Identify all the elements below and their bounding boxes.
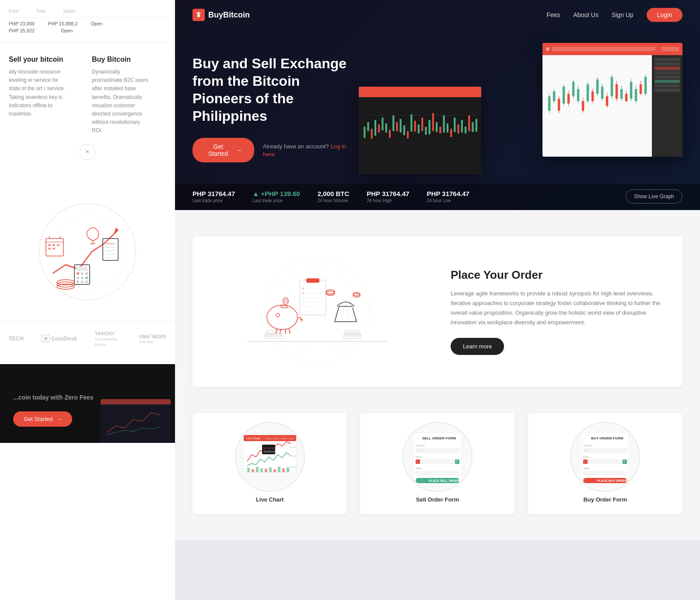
svg-rect-115 [461,120,463,133]
svg-text:31,322.80: 31,322.80 [263,447,275,449]
svg-text:✓: ✓ [302,295,305,299]
svg-point-134 [276,313,280,317]
navbar: BuyBitcoin Fees About Us Sign Up Login [175,0,700,30]
feature-sell-circle: SELL ORDER FORM Amount BTC Price + - Tot… [402,422,472,492]
left-panel: Price Total Status PHP 23,000 PHP 15,888… [0,0,175,600]
logo-tech: TECH [9,336,24,342]
svg-rect-123 [306,278,319,283]
svg-text:Total: Total [416,467,421,470]
svg-rect-151 [265,335,282,338]
svg-rect-207 [583,471,627,475]
show-live-graph-button[interactable]: Show Live Graph [626,189,682,204]
svg-rect-172 [269,467,272,472]
svg-rect-102 [414,121,416,132]
brand-name: BuyBitcoin [208,11,250,20]
svg-rect-154 [343,335,361,338]
nav-signup[interactable]: Sign Up [612,11,634,18]
svg-text:BTC: BTC [584,449,590,452]
svg-rect-3 [46,239,63,256]
svg-rect-92 [378,124,380,133]
svg-point-15 [81,272,84,275]
svg-rect-89 [367,122,369,131]
feature-sell-title: Sell Order Form [369,496,506,503]
learn-more-button[interactable]: Learn more [451,338,504,355]
svg-text:+: + [623,460,626,463]
nav-links: Fees About Us Sign Up Login [546,8,682,22]
svg-rect-119 [476,119,477,132]
svg-text:✓: ✓ [302,291,305,295]
nav-about[interactable]: About Us [573,11,598,18]
svg-point-0 [39,204,136,300]
dark-cta-section: ...coin today with Zero Fees Get Started… [0,364,175,443]
svg-line-139 [289,329,290,333]
hero-actions: Get Started → Already have an account? L… [192,138,350,162]
svg-rect-175 [282,468,285,472]
logo-gma: GMA7NEWSONLINE [139,333,166,344]
feature-buy-order: BUY ORDER FORM Amount BTC Price + - Tota… [528,413,682,514]
svg-rect-88 [364,126,365,138]
svg-rect-169 [256,467,259,472]
hero-content: Buy and Sell Exchange from the Bitcoin P… [175,30,700,183]
svg-point-14 [77,272,79,275]
sell-description: ally innovate resource-leveling er servi… [9,68,66,118]
svg-text:+: + [456,460,458,463]
svg-text:Amount: Amount [416,444,425,447]
order-description: Leverage agile frameworks to provide a r… [451,289,665,327]
mockup-body [542,55,682,157]
hero-headline: Buy and Sell Exchange from the Bitcoin P… [192,55,350,125]
dark-cta-headline: ...coin today with Zero Fees [13,390,162,403]
svg-text:—: — [302,300,305,304]
logo-yahoo: YAHOO!SINGAPORE NEWS [95,331,122,347]
hero-mockup-area [359,43,682,174]
svg-rect-112 [450,129,452,137]
svg-rect-168 [252,469,254,472]
svg-point-21 [81,281,84,283]
svg-rect-111 [447,123,448,133]
svg-text:30,000: 30,000 [290,446,297,449]
svg-rect-109 [439,126,441,133]
svg-rect-104 [421,118,423,131]
svg-rect-94 [385,123,387,133]
svg-rect-173 [273,469,276,472]
close-button[interactable]: × [80,144,95,160]
svg-rect-13 [76,267,88,271]
sell-buy-section: Sell your bitcoin ally innovate resource… [0,42,175,177]
feature-chart-title: Live Chart [201,496,338,503]
hero-login-prompt: Already have an account? Log in here. [263,142,350,158]
main-dashboard-mockup [542,43,682,157]
order-section: ✓ ✓ ✓ — [192,236,682,387]
svg-rect-9 [57,244,60,246]
price-table-top: Price Total Status PHP 23,000 PHP 15,888… [0,0,175,42]
svg-rect-153 [266,330,280,334]
nav-login-button[interactable]: Login [647,8,682,22]
svg-line-138 [285,330,286,334]
svg-rect-100 [407,131,409,138]
svg-rect-96 [392,116,394,131]
svg-rect-186 [416,460,459,464]
stat-change: ▲ +PHP 139.60 Last trade price [252,190,300,203]
right-panel: BuyBitcoin Fees About Us Sign Up Login B… [175,0,700,600]
svg-point-18 [81,277,84,279]
svg-text:✓: ✓ [104,242,106,245]
svg-rect-107 [432,113,434,131]
svg-text:31,500: 31,500 [290,455,297,457]
svg-text:Price: Price [583,456,589,458]
stats-bar: PHP 31764.47 Last trade price ▲ +PHP 139… [175,183,700,210]
svg-rect-176 [287,467,289,472]
svg-text:✓: ✓ [104,246,106,248]
illustration-area: ✓ ✓ ✓ [0,186,175,317]
hero-section: BuyBitcoin Fees About Us Sign Up Login B… [175,0,700,210]
svg-rect-114 [458,124,459,133]
dark-cta-button[interactable]: Get Started → [13,411,72,427]
stat-low: PHP 31764.47 24 hour Low [427,190,469,203]
stat-last-trade: PHP 31764.47 Last trade price [192,190,235,203]
svg-text:32,500: 32,500 [290,466,297,468]
svg-rect-167 [247,468,250,472]
svg-point-133 [267,305,298,330]
nav-fees[interactable]: Fees [546,11,560,18]
hero-text-block: Buy and Sell Exchange from the Bitcoin P… [192,55,350,162]
svg-rect-98 [400,119,402,133]
svg-text:PLACE BUY ORDER: PLACE BUY ORDER [597,479,627,482]
get-started-button[interactable]: Get Started → [192,138,254,162]
stat-high: PHP 31764.47 24 hour High [367,190,409,203]
